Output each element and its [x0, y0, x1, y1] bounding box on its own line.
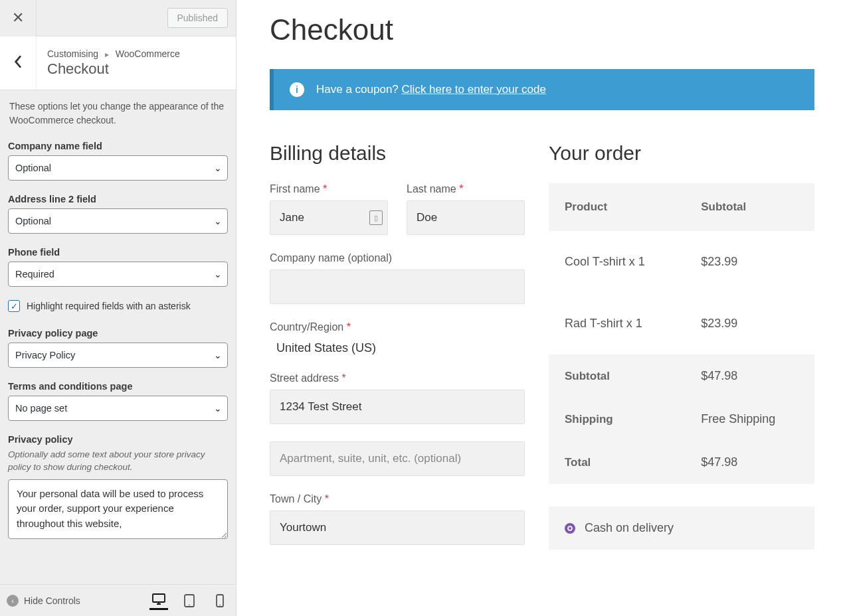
svg-point-2 — [189, 604, 190, 605]
country-value[interactable]: United States (US) — [270, 339, 525, 355]
order-subtotal-label: Subtotal — [549, 354, 685, 398]
hide-controls-button[interactable]: ‹ Hide Controls — [7, 595, 80, 607]
order-total-value: $47.98 — [685, 441, 814, 484]
chevron-down-icon: ⌄ — [214, 216, 222, 226]
preview-pane[interactable]: Checkout i Have a coupon? Click here to … — [236, 0, 845, 616]
city-input[interactable] — [270, 510, 525, 545]
payment-method-option[interactable]: Cash on delivery — [549, 506, 814, 550]
order-column: Your order Product Subtotal Cool T-shirt… — [549, 142, 814, 550]
chevron-down-icon: ⌄ — [214, 163, 222, 173]
privacy-text-textarea[interactable] — [8, 479, 228, 539]
company-field-label: Company name field — [8, 141, 228, 151]
back-button[interactable] — [0, 37, 37, 90]
breadcrumb-parent: WooCommerce — [116, 48, 180, 59]
breadcrumb-root: Customising — [47, 48, 98, 59]
breadcrumb-sep-icon: ▸ — [105, 50, 109, 59]
last-name-label: Last name * — [407, 183, 525, 195]
address2-field-label: Address line 2 field — [8, 194, 228, 204]
order-head-subtotal: Subtotal — [685, 183, 814, 231]
collapse-icon: ‹ — [7, 595, 19, 607]
order-head-product: Product — [549, 183, 685, 231]
billing-column: Billing details First name * ▯ Last — [270, 142, 525, 562]
country-label: Country/Region * — [270, 321, 525, 333]
last-name-input[interactable] — [407, 200, 525, 235]
order-heading: Your order — [549, 142, 814, 165]
info-icon: i — [290, 82, 304, 97]
company-input[interactable] — [270, 270, 525, 304]
device-desktop-button[interactable] — [149, 591, 168, 610]
order-subtotal-value: $47.98 — [685, 354, 814, 398]
svg-rect-0 — [153, 594, 165, 602]
device-tablet-button[interactable] — [180, 591, 199, 610]
required-asterisk-icon: * — [342, 372, 346, 384]
chevron-down-icon: ⌄ — [214, 350, 222, 360]
highlight-required-checkbox-row[interactable]: ✓ Highlight required fields with an aste… — [8, 300, 228, 312]
required-asterisk-icon: * — [347, 321, 351, 333]
select-value: Privacy Policy — [15, 350, 75, 360]
device-mobile-button[interactable] — [211, 591, 229, 610]
tablet-icon — [184, 594, 195, 607]
svg-point-4 — [219, 604, 221, 605]
radio-selected-icon — [565, 523, 575, 534]
hide-controls-label: Hide Controls — [24, 595, 80, 606]
address2-input[interactable] — [270, 441, 525, 476]
select-value: Required — [15, 269, 54, 279]
privacy-text-label: Privacy policy — [8, 434, 228, 445]
sidebar-top-bar: ✕ Published — [0, 0, 236, 37]
page-title: Checkout — [270, 13, 814, 46]
coupon-link[interactable]: Click here to enter your code — [402, 83, 546, 96]
panel-header: Customising ▸ WooCommerce Checkout — [0, 37, 236, 90]
street-label: Street address * — [270, 372, 525, 384]
phone-field-select[interactable]: Required ⌄ — [8, 262, 228, 287]
panel-title: Checkout — [47, 60, 180, 78]
close-icon: ✕ — [12, 9, 24, 27]
order-item-price: $23.99 — [685, 231, 814, 293]
select-value: Optional — [15, 163, 51, 173]
order-total-label: Total — [549, 441, 685, 484]
privacy-page-label: Privacy policy page — [8, 328, 228, 339]
address2-field-select[interactable]: Optional ⌄ — [8, 208, 228, 234]
city-label: Town / City * — [270, 493, 525, 505]
order-item-name: Cool T-shirt x 1 — [549, 231, 685, 293]
first-name-label: First name * — [270, 183, 388, 195]
order-item-row: Rad T-shirt x 1 $23.99 — [549, 293, 814, 354]
order-shipping-label: Shipping — [549, 398, 685, 441]
privacy-text-hint: Optionally add some text about your stor… — [8, 449, 228, 474]
order-shipping-value: Free Shipping — [685, 398, 814, 441]
terms-page-select[interactable]: No page set ⌄ — [8, 396, 228, 421]
autofill-contact-icon[interactable]: ▯ — [369, 210, 383, 225]
order-item-row: Cool T-shirt x 1 $23.99 — [549, 231, 814, 293]
phone-field-label: Phone field — [8, 247, 228, 258]
chevron-down-icon: ⌄ — [214, 269, 222, 279]
privacy-page-select[interactable]: Privacy Policy ⌄ — [8, 343, 228, 368]
company-label: Company name (optional) — [270, 252, 525, 264]
payment-method-label: Cash on delivery — [585, 521, 674, 535]
panel-body[interactable]: These options let you change the appeara… — [0, 90, 236, 584]
customizer-footer: ‹ Hide Controls — [0, 584, 236, 616]
chevron-down-icon: ⌄ — [214, 403, 222, 414]
select-value: No page set — [15, 403, 67, 414]
breadcrumb: Customising ▸ WooCommerce — [47, 48, 180, 59]
checkbox-label: Highlight required fields with an asteri… — [27, 301, 191, 311]
close-customizer-button[interactable]: ✕ — [0, 0, 37, 37]
street-input[interactable] — [270, 390, 525, 424]
required-asterisk-icon: * — [459, 183, 463, 194]
desktop-icon — [152, 593, 165, 605]
required-asterisk-icon: * — [323, 183, 327, 194]
order-table: Product Subtotal Cool T-shirt x 1 $23.99… — [549, 183, 814, 484]
terms-page-label: Terms and conditions page — [8, 381, 228, 392]
publish-status-button[interactable]: Published — [167, 8, 229, 28]
panel-description: These options let you change the appeara… — [8, 100, 228, 127]
select-value: Optional — [15, 216, 51, 226]
order-item-price: $23.99 — [685, 293, 814, 354]
checkbox-checked-icon[interactable]: ✓ — [8, 300, 20, 312]
coupon-prompt: Have a coupon? — [316, 83, 399, 96]
device-preview-buttons — [149, 591, 229, 610]
required-asterisk-icon: * — [325, 493, 329, 504]
billing-heading: Billing details — [270, 142, 525, 165]
chevron-left-icon — [13, 56, 23, 71]
mobile-icon — [216, 594, 224, 607]
customizer-sidebar: ✕ Published Customising ▸ WooCommerce Ch… — [0, 0, 236, 616]
company-field-select[interactable]: Optional ⌄ — [8, 155, 228, 181]
coupon-notice: i Have a coupon? Click here to enter you… — [270, 69, 814, 110]
